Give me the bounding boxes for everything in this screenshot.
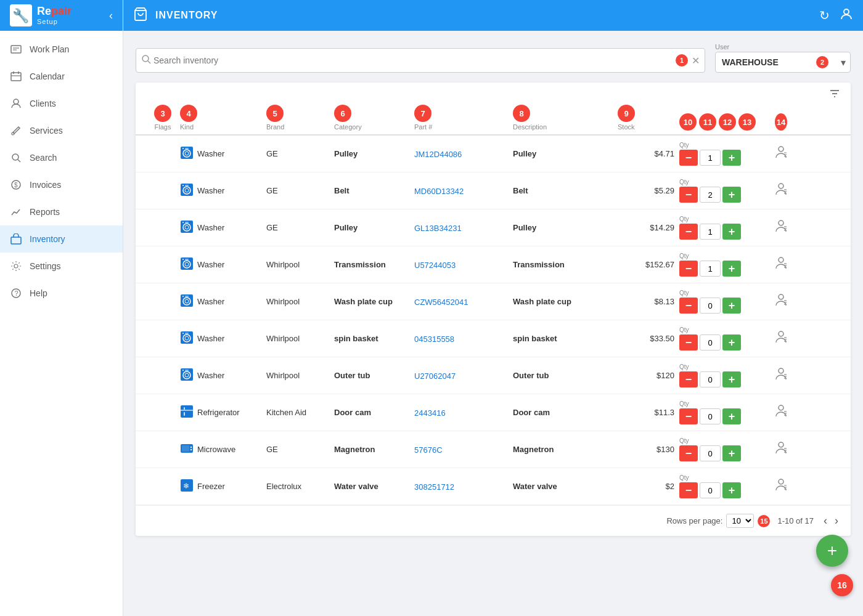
- qty-row: − +: [679, 298, 775, 314]
- qty-minus-button[interactable]: −: [679, 187, 698, 203]
- logo-text: Repair: [37, 6, 72, 18]
- person-details-icon[interactable]: [775, 330, 787, 347]
- qty-input[interactable]: [700, 150, 721, 166]
- svg-point-107: [779, 479, 783, 484]
- sidebar-item-invoices[interactable]: $ Invoices: [0, 171, 123, 198]
- qty-minus-button[interactable]: −: [679, 482, 698, 498]
- sidebar-item-inventory[interactable]: Inventory: [0, 225, 123, 253]
- cell-desc2: Outer tub: [513, 371, 618, 380]
- person-details-icon[interactable]: [775, 293, 787, 310]
- qty-plus-button[interactable]: +: [722, 261, 741, 277]
- cell-desc2: Transmission: [513, 260, 618, 269]
- qty-input[interactable]: [700, 371, 721, 387]
- part-link[interactable]: MD60D13342: [414, 187, 464, 196]
- sidebar-item-work-plan[interactable]: Work Plan: [0, 36, 123, 63]
- rows-per-page-select[interactable]: 10 25 50: [726, 514, 754, 528]
- user-select[interactable]: WAREHOUSE: [715, 52, 851, 73]
- qty-plus-button[interactable]: +: [722, 482, 741, 498]
- qty-input[interactable]: [700, 224, 721, 240]
- sidebar-collapse-icon[interactable]: ‹: [109, 9, 113, 22]
- qty-minus-button[interactable]: −: [679, 261, 698, 277]
- qty-plus-button[interactable]: +: [722, 334, 741, 351]
- qty-minus-button[interactable]: −: [679, 298, 698, 314]
- cell-partnum: JM12D44086: [414, 148, 513, 160]
- search-icon: [141, 54, 151, 67]
- part-link[interactable]: 57676C: [414, 445, 443, 455]
- sidebar-item-settings[interactable]: Settings: [0, 253, 123, 280]
- filter-icon[interactable]: [828, 87, 841, 102]
- search-clear-icon[interactable]: ✕: [692, 55, 700, 67]
- qty-row: − +: [679, 150, 775, 166]
- qty-input[interactable]: [700, 408, 721, 424]
- person-details-icon[interactable]: [775, 182, 787, 199]
- qty-minus-button[interactable]: −: [679, 408, 698, 424]
- part-link[interactable]: JM12D44086: [414, 150, 462, 159]
- search-input[interactable]: [153, 55, 676, 65]
- add-item-fab[interactable]: +: [816, 535, 848, 567]
- svg-text:❄: ❄: [183, 482, 189, 490]
- cell-price: $8.13: [618, 297, 679, 306]
- cell-partnum: GL13B34231: [414, 222, 513, 233]
- action-badges-header: 10 11 12 13: [679, 113, 775, 131]
- cell-kind-label: Refrigerator: [197, 408, 240, 417]
- qty-plus-button[interactable]: +: [722, 445, 741, 461]
- col-header-category: 6 Category: [334, 105, 414, 131]
- qty-minus-button[interactable]: −: [679, 150, 698, 166]
- person-details-icon[interactable]: [775, 145, 787, 162]
- user-select-wrap: User WAREHOUSE ▾ 2: [715, 43, 851, 73]
- part-link[interactable]: GL13B34231: [414, 224, 462, 233]
- reports-icon: [10, 206, 22, 218]
- next-page-button[interactable]: ›: [832, 513, 841, 529]
- person-details-icon[interactable]: [775, 256, 787, 273]
- person-details-icon[interactable]: [775, 404, 787, 421]
- sidebar-item-help[interactable]: ? Help: [0, 280, 123, 307]
- cell-brand: Whirlpool: [266, 334, 334, 343]
- sidebar-item-search[interactable]: Search: [0, 144, 123, 171]
- qty-plus-button[interactable]: +: [722, 408, 741, 424]
- sidebar-item-calendar[interactable]: Calendar: [0, 63, 123, 90]
- qty-plus-button[interactable]: +: [722, 187, 741, 203]
- cell-description: Belt: [334, 186, 414, 195]
- part-link[interactable]: U57244053: [414, 261, 456, 270]
- person-details-icon[interactable]: [775, 367, 787, 384]
- sidebar-item-services[interactable]: Services: [0, 117, 123, 144]
- qty-minus-button[interactable]: −: [679, 371, 698, 387]
- part-link[interactable]: 2443416: [414, 408, 446, 418]
- qty-plus-button[interactable]: +: [722, 298, 741, 314]
- qty-input[interactable]: [700, 482, 721, 498]
- qty-plus-button[interactable]: +: [722, 371, 741, 387]
- qty-input[interactable]: [700, 187, 721, 203]
- topbar-user-icon[interactable]: [840, 7, 853, 24]
- qty-minus-button[interactable]: −: [679, 334, 698, 351]
- qty-label: Qty: [679, 437, 775, 444]
- qty-minus-button[interactable]: −: [679, 224, 698, 240]
- person-details-icon[interactable]: [775, 441, 787, 458]
- qty-label: Qty: [679, 179, 775, 185]
- qty-plus-button[interactable]: +: [722, 224, 741, 240]
- person-details-icon[interactable]: [775, 219, 787, 236]
- qty-minus-button[interactable]: −: [679, 445, 698, 461]
- person-details-icon[interactable]: [775, 478, 787, 495]
- prev-page-button[interactable]: ‹: [821, 513, 830, 529]
- page-content: 1 ✕ User WAREHOUSE ▾ 2: [123, 31, 863, 616]
- part-link[interactable]: CZW56452041: [414, 298, 468, 307]
- part-link[interactable]: 045315558: [414, 334, 454, 344]
- part-link[interactable]: U27062047: [414, 371, 456, 381]
- qty-label: Qty: [679, 326, 775, 333]
- qty-input[interactable]: [700, 261, 721, 277]
- refresh-icon[interactable]: ↻: [819, 8, 830, 23]
- qty-plus-button[interactable]: +: [722, 150, 741, 166]
- qty-input[interactable]: [700, 334, 721, 351]
- cart-icon: [133, 7, 148, 25]
- qty-input[interactable]: [700, 298, 721, 314]
- col-header-partnum: 7 Part #: [414, 105, 513, 131]
- partnum-label: Part #: [414, 123, 432, 131]
- table-row: Washer Whirlpool Wash plate cup CZW56452…: [136, 283, 851, 320]
- sidebar-item-reports[interactable]: Reports: [0, 198, 123, 225]
- cell-qty-controls: Qty − +: [679, 253, 775, 277]
- svg-point-74: [182, 333, 184, 334]
- sidebar-item-clients[interactable]: Clients: [0, 90, 123, 117]
- svg-line-22: [148, 61, 150, 63]
- part-link[interactable]: 308251712: [414, 482, 454, 492]
- qty-input[interactable]: [700, 445, 721, 461]
